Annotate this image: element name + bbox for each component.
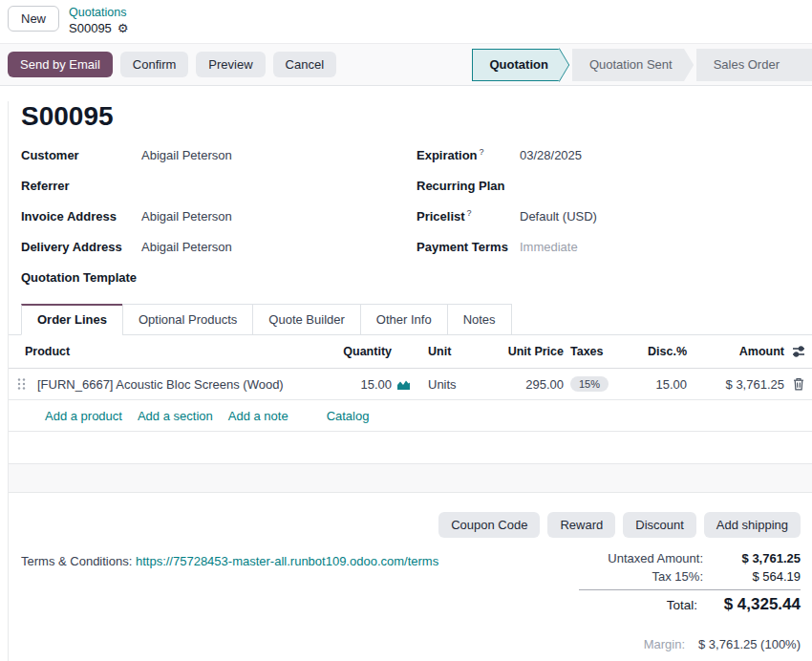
trash-icon[interactable] xyxy=(784,377,812,391)
catalog-link[interactable]: Catalog xyxy=(327,409,370,423)
drag-handle-icon[interactable] xyxy=(9,377,33,391)
breadcrumb-bar: New Quotations S00095 ⚙ xyxy=(0,0,812,44)
field-label: Delivery Address xyxy=(21,240,141,254)
field-recurring-plan: Recurring Plan xyxy=(417,170,789,201)
column-amount: Amount xyxy=(687,345,784,358)
margin-row: Margin: $ 3,761.25 (100%) xyxy=(9,637,812,651)
notebook-tabs: Order Lines Optional Products Quote Buil… xyxy=(9,304,812,335)
margin-label: Margin: xyxy=(644,637,685,651)
field-customer: Customer Abigail Peterson xyxy=(21,139,394,170)
column-unit-price: Unit Price xyxy=(501,345,564,358)
field-label: Quotation Template xyxy=(21,270,141,285)
new-button[interactable]: New xyxy=(8,6,59,32)
forecast-chart-icon[interactable] xyxy=(392,378,415,391)
tax-badge[interactable]: 15% xyxy=(570,376,609,392)
field-expiration: Expiration? 03/28/2025 xyxy=(417,139,789,170)
field-invoice-address: Invoice Address Abigail Peterson xyxy=(21,201,394,231)
reward-button[interactable]: Reward xyxy=(547,512,615,538)
action-bar: Send by Email Confirm Preview Cancel Quo… xyxy=(0,44,812,86)
breadcrumb-current-record: S00095 xyxy=(69,21,112,36)
status-step-quotation[interactable]: Quotation xyxy=(472,49,560,81)
field-pricelist: Pricelist? Default (USD) xyxy=(417,201,789,231)
breadcrumb-quotations-link[interactable]: Quotations xyxy=(69,6,128,21)
tab-optional-products[interactable]: Optional Products xyxy=(122,304,253,335)
field-payment-terms: Payment Terms Immediate xyxy=(417,231,789,262)
tax-label: Tax 15%: xyxy=(652,569,703,584)
empty-table-row xyxy=(9,464,812,493)
field-delivery-address: Delivery Address Abigail Peterson xyxy=(21,231,394,262)
customer-value[interactable]: Abigail Peterson xyxy=(141,148,232,162)
breadcrumb: Quotations S00095 ⚙ xyxy=(69,6,128,36)
gear-icon[interactable]: ⚙ xyxy=(118,21,129,36)
payment-terms-value[interactable]: Immediate xyxy=(520,240,578,254)
totals-block: Untaxed Amount: $ 3,761.25 Tax 15%: $ 56… xyxy=(579,549,801,616)
column-unit: Unit xyxy=(415,345,501,358)
record-title: S00095 xyxy=(21,101,812,132)
coupon-code-button[interactable]: Coupon Code xyxy=(438,512,540,538)
discount-button[interactable]: Discount xyxy=(623,512,696,538)
order-lines-header: Product Quantity Unit Unit Price Taxes D… xyxy=(9,335,812,369)
field-label: Payment Terms xyxy=(417,240,520,254)
untaxed-amount-value: $ 3,761.25 xyxy=(703,551,801,565)
confirm-button[interactable]: Confirm xyxy=(120,52,189,77)
status-step-sales-order[interactable]: Sales Order xyxy=(696,49,812,81)
bottom-section: Terms & Conditions: https://75728453-mas… xyxy=(9,549,812,616)
expiration-value[interactable]: 03/28/2025 xyxy=(520,148,582,162)
status-step-quotation-sent[interactable]: Quotation Sent xyxy=(572,49,684,81)
fields-right-column: Expiration? 03/28/2025 Recurring Plan Pr… xyxy=(417,139,789,292)
add-a-note-link[interactable]: Add a note xyxy=(228,409,288,423)
unit-cell[interactable]: Units xyxy=(415,377,501,392)
tab-quote-builder[interactable]: Quote Builder xyxy=(252,304,361,335)
field-label: Invoice Address xyxy=(21,209,141,224)
fields-left-column: Customer Abigail Peterson Referrer Invoi… xyxy=(21,139,394,292)
delivery-address-value[interactable]: Abigail Peterson xyxy=(141,240,232,254)
field-label: Expiration? xyxy=(417,147,520,162)
field-label: Referrer xyxy=(21,179,141,193)
pricelist-value[interactable]: Default (USD) xyxy=(520,209,597,224)
field-label: Recurring Plan xyxy=(417,179,520,193)
status-pipeline: Quotation Quotation Sent Sales Order xyxy=(472,44,812,85)
order-line-row: [FURN_6667] Acoustic Bloc Screens (Wood)… xyxy=(9,369,812,400)
field-referrer: Referrer xyxy=(21,170,394,201)
untaxed-amount-label: Untaxed Amount: xyxy=(608,551,703,565)
tab-notes[interactable]: Notes xyxy=(447,304,512,335)
untaxed-amount-row: Untaxed Amount: $ 3,761.25 xyxy=(579,549,801,567)
form-sheet: S00095 Customer Abigail Peterson Referre… xyxy=(8,101,812,661)
unit-price-cell[interactable]: 295.00 xyxy=(501,377,564,392)
add-shipping-button[interactable]: Add shipping xyxy=(704,512,801,538)
send-by-email-button[interactable]: Send by Email xyxy=(8,52,113,77)
column-taxes: Taxes xyxy=(564,345,635,358)
field-label: Pricelist? xyxy=(417,208,520,224)
tab-other-info[interactable]: Other Info xyxy=(360,304,448,335)
terms-url-link[interactable]: https://75728453-master-all.runbot109.od… xyxy=(136,554,438,568)
terms-and-conditions: Terms & Conditions: https://75728453-mas… xyxy=(21,554,438,616)
preview-button[interactable]: Preview xyxy=(196,52,265,77)
amount-cell: $ 3,761.25 xyxy=(687,377,784,392)
field-quotation-template: Quotation Template xyxy=(21,262,394,292)
add-a-product-link[interactable]: Add a product xyxy=(45,409,122,423)
disc-cell[interactable]: 15.00 xyxy=(635,377,687,392)
taxes-cell[interactable]: 15% xyxy=(564,376,635,392)
totals-divider xyxy=(579,589,801,590)
tax-row: Tax 15%: $ 564.19 xyxy=(579,567,801,586)
empty-table-row xyxy=(9,432,812,464)
quantity-cell[interactable]: 15.00 xyxy=(315,377,392,392)
column-quantity: Quantity xyxy=(315,345,392,358)
margin-value: $ 3,761.25 (100%) xyxy=(698,637,801,651)
tab-order-lines[interactable]: Order Lines xyxy=(21,304,123,335)
field-label: Customer xyxy=(21,148,141,162)
promo-buttons-row: Coupon Code Reward Discount Add shipping xyxy=(9,512,812,538)
add-a-section-link[interactable]: Add a section xyxy=(138,409,213,423)
total-label: Total: xyxy=(667,598,697,612)
help-icon[interactable]: ? xyxy=(467,208,472,218)
total-row: Total: $ 4,325.44 xyxy=(579,593,801,616)
order-line-actions: Add a product Add a section Add a note C… xyxy=(9,400,812,432)
column-disc: Disc.% xyxy=(635,345,687,358)
optional-columns-icon[interactable] xyxy=(784,345,812,358)
cancel-button[interactable]: Cancel xyxy=(273,52,336,77)
column-product: Product xyxy=(9,345,315,358)
invoice-address-value[interactable]: Abigail Peterson xyxy=(141,209,232,224)
tax-value: $ 564.19 xyxy=(703,569,801,584)
help-icon[interactable]: ? xyxy=(480,147,484,157)
product-cell[interactable]: [FURN_6667] Acoustic Bloc Screens (Wood) xyxy=(33,377,315,392)
